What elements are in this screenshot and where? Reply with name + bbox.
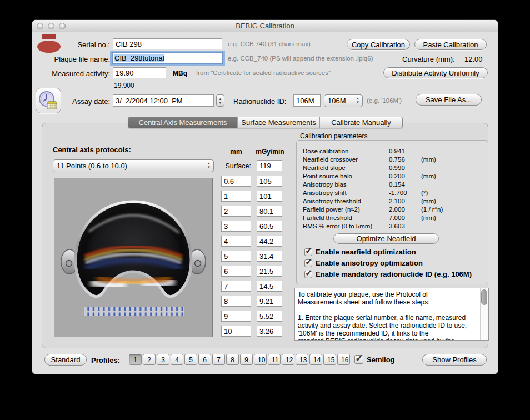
standard-button[interactable]: Standard <box>44 354 87 366</box>
profile-button-3[interactable]: 3 <box>157 354 169 365</box>
dose-input-1[interactable] <box>257 176 282 187</box>
activity-input[interactable] <box>113 67 166 78</box>
dose-input-8[interactable] <box>257 281 282 292</box>
profile-button-4[interactable]: 4 <box>171 354 183 365</box>
profile-button-16[interactable]: 16 <box>337 354 350 365</box>
param-name: Anisotropy threshold <box>303 198 361 204</box>
param-name: Anisotropy shift <box>303 189 347 196</box>
depth-input-3[interactable] <box>221 206 251 217</box>
depth-input-11[interactable] <box>221 326 251 337</box>
checkbox-row[interactable]: ✓ Enable anisotropy optimization <box>304 259 423 267</box>
file-name-input[interactable]: CIB_298tutorial <box>112 52 223 64</box>
profile-button-5[interactable]: 5 <box>184 354 197 365</box>
activity-unit: MBq <box>173 69 187 77</box>
mandatory-id-checkbox[interactable]: ✓ <box>304 271 312 278</box>
file-name-hint: e.g. CCB_740 (PS will append the extensi… <box>228 55 373 62</box>
depth-input-4[interactable] <box>221 221 251 232</box>
param-value: -1.700 <box>389 189 407 196</box>
param-name: Nearfield crossover <box>303 156 358 163</box>
assay-date-stepper[interactable]: ▲ ▼ <box>216 94 224 107</box>
depth-input-8[interactable] <box>221 281 251 292</box>
stepper-down-icon[interactable]: ▼ <box>219 101 222 104</box>
stepper-up-icon[interactable]: ▲ <box>219 97 222 101</box>
scrollbar[interactable] <box>480 288 488 340</box>
distribute-activity-button[interactable]: Distribute Activity Uniformly <box>383 67 488 78</box>
optimize-nearfield-button[interactable]: Optimize Nearfield <box>333 233 439 244</box>
protocols-dropdown[interactable]: 11 Points (0.6 to 10.0) ▲▼ <box>53 159 214 172</box>
profile-button-10[interactable]: 10 <box>254 354 267 365</box>
dose-input-11[interactable] <box>257 326 282 337</box>
depth-input-10[interactable] <box>221 311 251 322</box>
profile-button-11[interactable]: 11 <box>268 354 281 365</box>
profile-button-7[interactable]: 7 <box>212 354 225 365</box>
profile-button-14[interactable]: 14 <box>309 354 322 365</box>
depth-input-9[interactable] <box>221 296 251 307</box>
assay-date-input[interactable] <box>113 94 214 107</box>
scrollbar-thumb[interactable] <box>481 289 487 305</box>
semilog-checkbox[interactable]: ✓ <box>354 355 363 364</box>
profile-button-13[interactable]: 13 <box>296 354 308 365</box>
dose-input-10[interactable] <box>257 311 282 322</box>
depth-input-7[interactable] <box>221 266 251 277</box>
serial-input[interactable] <box>113 38 222 49</box>
param-value: 7.000 <box>389 214 405 221</box>
depth-input-6[interactable] <box>221 251 251 262</box>
protocols-label: Central axis protocols: <box>53 146 131 154</box>
tab-central-axis-measurements[interactable]: Central Axis Measurements <box>128 117 238 128</box>
profile-button-1[interactable]: 1 <box>129 354 142 365</box>
show-profiles-button[interactable]: Show Profiles <box>422 354 487 366</box>
file-name-label: Plaque file name: <box>32 55 110 63</box>
save-file-as-button[interactable]: Save File As... <box>416 94 482 106</box>
app-window: BEBIG Calibration Serial no.: e.g. CCB 7… <box>32 20 498 374</box>
anisotropy-checkbox[interactable]: ✓ <box>304 259 312 267</box>
semilog-checkbox-row[interactable]: ✓ Semilog <box>354 355 395 364</box>
surface-dose-input[interactable] <box>257 160 282 171</box>
instructions-textbox[interactable]: To calibrate your plaque, use the Protoc… <box>294 288 489 341</box>
radionuclide-input[interactable] <box>293 94 321 107</box>
titlebar[interactable]: BEBIG Calibration <box>32 20 498 32</box>
profile-button-15[interactable]: 15 <box>323 354 336 365</box>
dose-input-4[interactable] <box>257 221 282 232</box>
profile-button-9[interactable]: 9 <box>240 354 253 365</box>
radionuclide-popup[interactable]: 106M ▲▼ <box>324 94 363 107</box>
profile-button-12[interactable]: 12 <box>282 354 294 365</box>
param-unit: (mm) <box>421 173 436 179</box>
depth-input-2[interactable] <box>221 191 251 202</box>
curvature-value: 12.00 <box>464 55 483 63</box>
profile-button-6[interactable]: 6 <box>198 354 211 365</box>
dose-input-9[interactable] <box>257 296 282 307</box>
param-unit: (mm) <box>421 214 436 221</box>
popup-down-icon: ▼ <box>356 101 359 104</box>
param-name: Anisotropy bias <box>303 181 347 188</box>
checkbox-label: Enable anisotropy optimization <box>316 259 423 267</box>
dose-input-6[interactable] <box>257 251 282 262</box>
column-header-dose: mGy/min <box>256 148 284 156</box>
checkbox-row[interactable]: ✓ Enable nearfield optimization <box>304 248 416 256</box>
tab-surface-measurements[interactable]: Surface Measurements <box>238 117 320 128</box>
profile-button-8[interactable]: 8 <box>226 354 239 365</box>
param-value: 3.603 <box>389 223 405 229</box>
popup-up-icon: ▲ <box>356 97 359 100</box>
depth-input-5[interactable] <box>221 236 251 247</box>
dose-input-7[interactable] <box>257 266 282 277</box>
nearfield-checkbox[interactable]: ✓ <box>304 248 312 256</box>
dropdown-up-icon: ▲ <box>207 162 211 165</box>
activity-hint: from "Certificate for sealed radioactive… <box>196 69 331 76</box>
tab-calibrate-manually[interactable]: Calibrate Manually <box>320 117 402 128</box>
depth-input-1[interactable] <box>221 176 251 187</box>
dose-input-5[interactable] <box>257 236 282 247</box>
radionuclide-label: Radionuclide ID: <box>233 97 286 106</box>
dose-input-3[interactable] <box>257 206 282 217</box>
dose-input-2[interactable] <box>257 191 282 202</box>
param-unit: (mm) <box>421 156 436 163</box>
profile-button-2[interactable]: 2 <box>143 354 156 365</box>
profiles-label: Profiles: <box>91 356 120 364</box>
radionuclide-popup-value: 106M <box>328 97 346 105</box>
calibration-parameters-title: Calibration parameters <box>300 132 367 140</box>
checkbox-row[interactable]: ✓ Enable mandatory radionuclide ID (e.g.… <box>304 270 472 278</box>
param-name: Point source halo <box>303 173 352 179</box>
copy-calibration-button[interactable]: Copy Calibration <box>347 39 410 50</box>
activity-computed: 19.900 <box>114 82 134 89</box>
surface-label: Surface: <box>216 162 251 170</box>
paste-calibration-button[interactable]: Paste Calibration <box>414 39 487 50</box>
